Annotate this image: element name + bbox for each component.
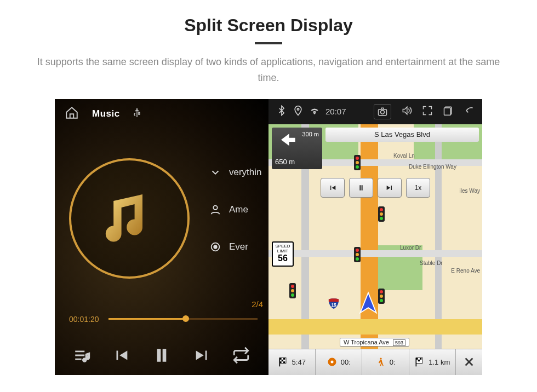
street-label-tropicana: W Tropicana Ave 593 xyxy=(340,338,409,347)
speed-value: 56 xyxy=(273,253,293,263)
nav-close-button[interactable] xyxy=(456,356,482,368)
android-status-bar: 20:07 xyxy=(268,99,482,124)
music-app-label: Music xyxy=(92,108,120,119)
svg-rect-32 xyxy=(281,360,283,361)
page-description: It supports the same screen display of t… xyxy=(30,54,507,86)
svg-point-23 xyxy=(291,293,294,297)
volume-button[interactable] xyxy=(401,105,412,118)
turn-left-icon xyxy=(275,130,299,154)
simulation-controls: 1x xyxy=(321,178,430,198)
street-banner: S Las Vegas Blvd xyxy=(325,128,479,142)
recent-apps-button[interactable] xyxy=(443,105,454,118)
svg-point-0 xyxy=(213,205,217,209)
wifi-icon xyxy=(309,105,320,118)
svg-point-2 xyxy=(214,245,217,249)
svg-point-37 xyxy=(330,361,333,364)
svg-point-22 xyxy=(291,289,294,292)
speed-limit-sign: SPEED LIMIT 56 xyxy=(272,241,294,267)
album-art xyxy=(69,158,190,279)
svg-point-13 xyxy=(380,208,383,211)
device-screen: Music verythin Ame xyxy=(55,99,482,375)
gps-cursor-icon xyxy=(356,291,380,317)
svg-point-3 xyxy=(297,108,299,109)
progress-slider[interactable] xyxy=(108,318,258,320)
usb-icon[interactable] xyxy=(133,107,141,121)
road-label: iles Way xyxy=(460,188,480,194)
svg-point-21 xyxy=(291,285,294,288)
track-title: Ame xyxy=(229,204,248,215)
track-list: verythin Ame Ever xyxy=(209,154,262,266)
svg-rect-34 xyxy=(283,361,285,363)
music-app: Music verythin Ame xyxy=(55,99,268,375)
road-label: Koval Ln xyxy=(393,153,415,159)
nav-disc[interactable]: 00: xyxy=(316,349,363,375)
track-row[interactable]: verythin xyxy=(209,154,262,191)
nav-bottom-bar: 5:47 00: 0: 1.1 km xyxy=(268,349,482,375)
home-icon[interactable] xyxy=(65,106,79,122)
road-label: Luxor Dr xyxy=(400,245,421,251)
svg-rect-7 xyxy=(444,108,451,115)
svg-point-19 xyxy=(356,257,359,261)
track-title: verythin xyxy=(229,167,262,178)
svg-point-17 xyxy=(356,249,359,252)
back-button[interactable] xyxy=(464,105,475,118)
svg-rect-31 xyxy=(283,358,285,360)
speed-label: SPEED xyxy=(273,244,293,249)
track-title: Ever xyxy=(229,241,248,252)
prev-track-button[interactable] xyxy=(112,346,130,367)
record-icon xyxy=(209,241,221,253)
turn-distance-small: 300 m xyxy=(302,131,319,137)
svg-point-38 xyxy=(380,358,381,360)
sim-prev-button[interactable] xyxy=(321,178,345,198)
close-icon xyxy=(463,356,475,368)
sim-pause-button[interactable] xyxy=(349,178,373,198)
svg-point-5 xyxy=(381,110,385,114)
next-track-button[interactable] xyxy=(193,346,212,367)
turn-distance-large: 650 m xyxy=(275,158,295,166)
page-title: Split Screen Display xyxy=(0,0,537,36)
nav-walk[interactable]: 0: xyxy=(362,349,409,375)
playlist-button[interactable] xyxy=(73,346,92,367)
road-label: Stable Dr xyxy=(420,260,443,266)
sim-next-button[interactable] xyxy=(378,178,402,198)
pedestrian-icon xyxy=(375,356,386,367)
svg-text:15: 15 xyxy=(331,302,336,307)
nav-eta[interactable]: 5:47 xyxy=(268,349,316,375)
title-underline xyxy=(255,42,282,44)
track-row[interactable]: Ame xyxy=(209,191,262,228)
repeat-button[interactable] xyxy=(232,346,250,367)
disc-icon xyxy=(327,356,338,367)
nav-distance[interactable]: 1.1 km xyxy=(409,349,456,375)
fullscreen-button[interactable] xyxy=(422,105,433,118)
svg-point-15 xyxy=(380,217,383,220)
music-topbar: Music xyxy=(55,99,268,129)
svg-rect-41 xyxy=(420,358,421,360)
svg-point-18 xyxy=(356,253,359,256)
music-note-icon xyxy=(96,185,162,252)
svg-point-10 xyxy=(356,161,359,164)
music-controls xyxy=(55,344,268,368)
svg-point-9 xyxy=(356,157,359,160)
status-time: 20:07 xyxy=(325,107,346,116)
person-icon xyxy=(209,204,221,216)
navigation-app: 20:07 Koval Ln Duke Ellington Way Luxor … xyxy=(268,99,482,375)
svg-point-11 xyxy=(356,165,359,169)
elapsed-time: 00:01:20 xyxy=(69,315,101,324)
progress-area: 00:01:20 xyxy=(69,315,258,324)
turn-indicator: 300 m 650 m xyxy=(272,128,322,169)
checkered-flag-icon xyxy=(414,356,425,367)
track-counter: 2/4 xyxy=(252,299,263,309)
speed-label: LIMIT xyxy=(273,249,293,253)
road-label: E Reno Ave xyxy=(451,268,480,274)
checkered-flag-icon xyxy=(278,356,289,367)
map-canvas[interactable]: Koval Ln Duke Ellington Way Luxor Dr Sta… xyxy=(268,124,482,349)
sim-speed-button[interactable]: 1x xyxy=(406,178,430,198)
track-row[interactable]: Ever xyxy=(209,228,262,266)
svg-point-14 xyxy=(380,212,383,216)
location-icon xyxy=(293,105,304,118)
svg-rect-42 xyxy=(418,360,420,361)
pause-button[interactable] xyxy=(151,344,173,368)
chevron-down-icon xyxy=(209,166,221,178)
screenshot-button[interactable] xyxy=(374,104,391,119)
road-label: Duke Ellington Way xyxy=(409,164,456,170)
